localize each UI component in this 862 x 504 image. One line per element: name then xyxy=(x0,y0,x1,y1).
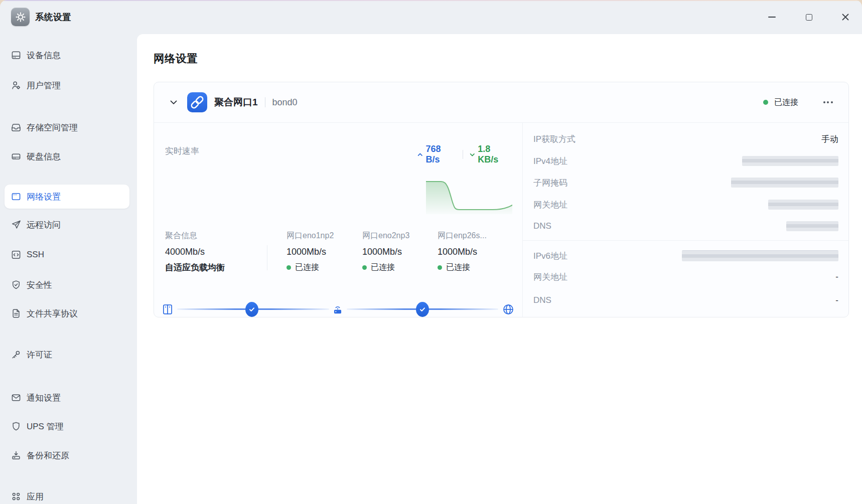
close-button[interactable] xyxy=(836,8,855,26)
header-right-group: 已连接 xyxy=(763,82,835,122)
detail-row-gateway6: 网关地址 - xyxy=(533,270,838,283)
sidebar-item-label: 安全性 xyxy=(27,279,52,291)
detail-label: DNS xyxy=(533,221,551,231)
maximize-button[interactable] xyxy=(799,8,818,26)
sidebar-item-label: 远程访问 xyxy=(27,219,61,231)
close-icon xyxy=(841,13,849,21)
status-dot-icon xyxy=(286,265,291,270)
detail-value: - xyxy=(835,295,838,305)
collapse-chevron-icon[interactable] xyxy=(168,97,179,108)
network-window-icon xyxy=(11,191,22,202)
port-status: 已连接 xyxy=(362,260,409,275)
terminal-code-icon xyxy=(11,249,22,260)
hard-drive-icon xyxy=(11,151,22,162)
port-column: 网口eno2np3 1000Mb/s 已连接 xyxy=(362,231,409,275)
window-titlebar: 系统设置 xyxy=(0,0,862,34)
port-status-text: 已连接 xyxy=(446,262,470,273)
more-menu-button[interactable] xyxy=(820,95,835,110)
interface-name: bond0 xyxy=(272,97,298,108)
masked-dns-value xyxy=(786,221,838,231)
upload-arrow-icon xyxy=(417,151,423,158)
detail-label: 子网掩码 xyxy=(533,177,567,189)
sidebar-item-label: SSH xyxy=(27,250,44,260)
sidebar-item-network-settings[interactable]: 网络设置 xyxy=(5,185,129,209)
header-divider xyxy=(154,122,848,123)
traffic-sparkline-chart xyxy=(426,180,512,214)
sidebar-item-license[interactable]: 许可证 xyxy=(5,343,129,367)
detail-row-dns: DNS xyxy=(533,220,838,233)
sidebar-item-notification-settings[interactable]: 通知设置 xyxy=(5,386,129,410)
sidebar-item-label: 许可证 xyxy=(27,349,52,361)
sidebar-item-ssh[interactable]: SSH xyxy=(5,243,129,267)
download-tray-icon xyxy=(11,450,22,461)
sidebar-item-file-sharing[interactable]: 文件共享协议 xyxy=(5,301,129,325)
minimize-button[interactable] xyxy=(762,8,781,26)
title-separator xyxy=(265,97,265,107)
masked-ipv4-value xyxy=(742,156,838,166)
minimize-icon xyxy=(768,17,776,18)
column-divider xyxy=(267,245,267,270)
shield-check-icon xyxy=(11,279,22,290)
sidebar-item-device-info[interactable]: 设备信息 xyxy=(5,43,129,67)
sidebar-item-ups-management[interactable]: UPS 管理 xyxy=(5,414,129,438)
sidebar-item-backup-restore[interactable]: 备份和还原 xyxy=(5,443,129,467)
apps-grid-icon xyxy=(11,491,22,502)
connected-status-dot xyxy=(763,100,768,105)
sidebar-item-label: 应用 xyxy=(27,491,44,502)
port-name: 网口enp26s... xyxy=(438,231,487,244)
speed-separator xyxy=(463,150,463,159)
download-arrow-icon xyxy=(469,151,476,158)
shield-icon xyxy=(11,421,22,432)
connection-status: 已连接 xyxy=(774,97,798,108)
status-dot-icon xyxy=(438,265,442,270)
sidebar-item-label: 硬盘信息 xyxy=(27,151,61,162)
document-icon xyxy=(11,308,22,319)
internet-globe-icon xyxy=(502,303,515,316)
sidebar-item-remote-access[interactable]: 远程访问 xyxy=(5,213,129,237)
sidebar-item-security[interactable]: 安全性 xyxy=(5,273,129,297)
sidebar-item-label: 通知设置 xyxy=(27,392,61,404)
app-window: 系统设置 设备信息 用户管理 xyxy=(0,0,862,504)
detail-label: IPv4地址 xyxy=(533,155,567,167)
port-speed: 1000Mb/s xyxy=(286,244,334,260)
router-icon xyxy=(331,303,344,316)
download-speed: 1.8 KB/s xyxy=(469,144,512,165)
sidebar-item-disk-info[interactable]: 硬盘信息 xyxy=(5,144,129,169)
page-title: 网络设置 xyxy=(154,51,198,66)
port-column: 网口enp26s... 1000Mb/s 已连接 xyxy=(438,231,487,275)
port-column: 网口eno1np2 1000Mb/s 已连接 xyxy=(286,231,334,275)
port-status: 已连接 xyxy=(438,260,487,275)
sidebar: 设备信息 用户管理 存储空间管理 xyxy=(0,34,137,504)
detail-label: IPv6地址 xyxy=(533,250,567,262)
bond-title-group: 聚合网口1 bond0 xyxy=(214,82,298,122)
sidebar-item-user-management[interactable]: 用户管理 xyxy=(5,73,129,97)
sidebar-item-storage-management[interactable]: 存储空间管理 xyxy=(5,115,129,139)
masked-ipv6-value xyxy=(682,250,838,261)
sidebar-item-apps[interactable]: 应用 xyxy=(5,484,129,504)
realtime-speed-label: 实时速率 xyxy=(165,145,199,157)
detail-row-ipv6: IPv6地址 xyxy=(533,249,838,262)
upload-speed: 768 B/s xyxy=(417,144,457,165)
gear-icon xyxy=(15,11,27,23)
detail-label: 网关地址 xyxy=(533,271,567,283)
detail-value: - xyxy=(835,272,838,282)
detail-label: 网关地址 xyxy=(533,199,567,211)
aggregate-speed: 4000Mb/s xyxy=(165,244,225,260)
detail-value: 手动 xyxy=(821,133,838,145)
storage-tray-icon xyxy=(11,122,22,133)
link-check-icon xyxy=(416,302,429,317)
sidebar-item-label: 设备信息 xyxy=(27,50,61,61)
pane-divider xyxy=(522,123,523,317)
ipv6-section-divider xyxy=(523,240,848,241)
maximize-icon xyxy=(806,14,812,21)
key-icon xyxy=(11,349,22,360)
aggregate-mode: 自适应负载均衡 xyxy=(165,260,225,275)
bond-card-header[interactable]: 聚合网口1 bond0 已连接 xyxy=(154,82,848,122)
speed-readouts: 768 B/s 1.8 KB/s xyxy=(417,144,512,165)
port-status: 已连接 xyxy=(286,260,334,275)
app-title: 系统设置 xyxy=(35,0,71,34)
nas-device-icon xyxy=(161,303,174,316)
aggregate-label: 聚合信息 xyxy=(165,231,225,244)
status-dot-icon xyxy=(362,265,367,270)
sidebar-item-label: 用户管理 xyxy=(27,80,61,91)
